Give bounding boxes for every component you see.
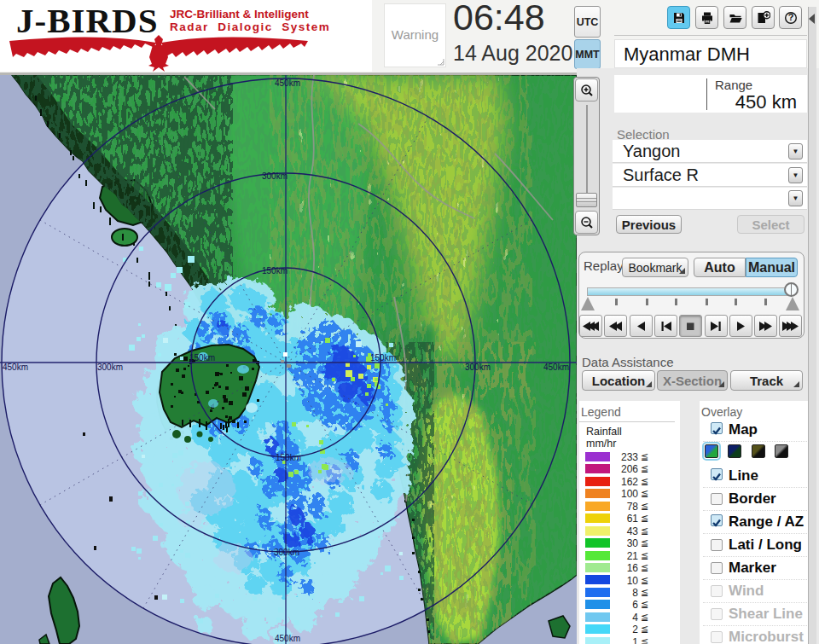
svg-text:450km: 450km [543, 363, 569, 372]
svg-text:?: ? [787, 12, 793, 22]
svg-text:150km: 150km [189, 353, 215, 363]
svg-text:450km: 450km [275, 78, 300, 88]
svg-text:150km: 150km [276, 453, 301, 462]
svg-text:450km: 450km [275, 634, 300, 643]
svg-text:300km: 300km [262, 171, 288, 181]
svg-text:300km: 300km [465, 363, 491, 372]
svg-text:450km: 450km [3, 363, 28, 372]
svg-text:300km: 300km [274, 548, 299, 557]
svg-text:150km: 150km [262, 266, 288, 276]
svg-text:150km: 150km [370, 353, 396, 363]
svg-text:300km: 300km [97, 363, 123, 372]
